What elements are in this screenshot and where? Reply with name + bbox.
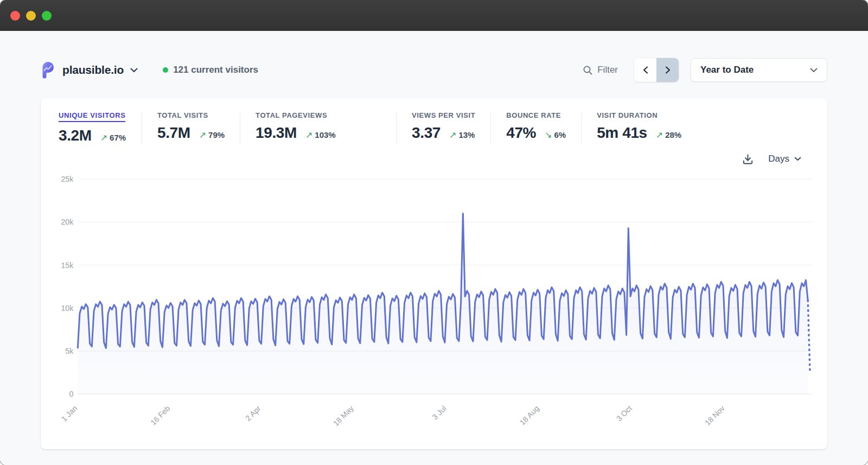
stat-divider — [240, 113, 240, 144]
current-visitors-label: 121 current visitors — [173, 65, 258, 75]
download-icon — [742, 154, 754, 165]
stat-value: 3.2M — [59, 127, 92, 144]
trend-up-icon: ↗ — [305, 130, 312, 140]
dashboard-topbar: plausible.io 121 current visitors F — [41, 31, 827, 82]
svg-text:25k: 25k — [61, 175, 74, 183]
app-window: plausible.io 121 current visitors F — [0, 0, 868, 465]
chevron-left-icon — [643, 66, 648, 74]
stat-divider — [142, 113, 142, 144]
stat-bounce-rate[interactable]: BOUNCE RATE 47% ↘6% — [506, 111, 581, 142]
visitors-chart[interactable]: 05k10k15k20k25k1 Jan16 Feb2 Apr18 May3 J… — [53, 168, 816, 434]
svg-text:3 Jul: 3 Jul — [430, 404, 448, 421]
stat-change: 79% — [208, 130, 225, 139]
svg-text:18 Aug: 18 Aug — [518, 404, 541, 426]
dashboard-card: UNIQUE VISITORS 3.2M ↗67% TOTAL VISITS 5… — [41, 98, 827, 449]
search-icon — [583, 65, 593, 75]
stat-total-pageviews[interactable]: TOTAL PAGEVIEWS 19.3M ↗103% — [256, 111, 396, 142]
stat-change: 67% — [110, 133, 126, 142]
stat-value: 5.7M — [157, 124, 190, 142]
svg-text:10k: 10k — [61, 304, 74, 313]
chevron-down-icon — [810, 68, 818, 73]
interval-select[interactable]: Days — [768, 154, 801, 164]
chart-container: 05k10k15k20k25k1 Jan16 Feb2 Apr18 May3 J… — [41, 167, 827, 434]
stat-change: 6% — [554, 130, 566, 139]
stat-value: 19.3M — [256, 124, 297, 142]
chart-canvas: 05k10k15k20k25k1 Jan16 Feb2 Apr18 May3 J… — [53, 168, 816, 434]
chevron-right-icon — [665, 66, 671, 74]
svg-text:0: 0 — [69, 390, 73, 398]
svg-text:1 Jan: 1 Jan — [60, 404, 79, 423]
trend-up-icon: ↗ — [449, 130, 456, 140]
window-zoom-button[interactable] — [42, 11, 52, 21]
stat-divider — [490, 113, 491, 144]
site-name: plausible.io — [62, 63, 124, 77]
stat-views-per-visit[interactable]: VIEWS PER VISIT 3.37 ↗13% — [412, 111, 490, 142]
filter-button[interactable]: Filter — [583, 65, 618, 75]
chevron-down-icon — [130, 68, 138, 73]
stats-row: UNIQUE VISITORS 3.2M ↗67% TOTAL VISITS 5… — [41, 98, 827, 144]
stat-label: TOTAL PAGEVIEWS — [256, 111, 381, 119]
stat-total-visits[interactable]: TOTAL VISITS 5.7M ↗79% — [157, 111, 240, 142]
stat-value: 47% — [506, 124, 536, 142]
site-group: plausible.io 121 current visitors — [41, 62, 258, 79]
stat-visit-duration[interactable]: VISIT DURATION 5m 41s ↗28% — [597, 111, 697, 142]
trend-up-icon: ↗ — [199, 130, 206, 140]
page-content: plausible.io 121 current visitors F — [0, 31, 868, 465]
stat-label: VISIT DURATION — [597, 111, 681, 119]
svg-text:15k: 15k — [61, 261, 74, 270]
interval-label: Days — [768, 154, 789, 164]
export-download-button[interactable] — [742, 154, 754, 165]
window-titlebar — [0, 0, 868, 31]
plausible-logo-icon — [41, 62, 55, 79]
date-range-select[interactable]: Year to Date — [691, 58, 827, 82]
svg-text:18 Nov: 18 Nov — [703, 404, 726, 427]
stat-change: 103% — [315, 130, 335, 139]
site-switcher[interactable]: plausible.io — [62, 63, 138, 77]
date-range-label: Year to Date — [700, 65, 754, 75]
window-minimize-button[interactable] — [26, 11, 36, 21]
svg-text:18 May: 18 May — [331, 404, 355, 428]
live-indicator-dot — [163, 67, 168, 73]
svg-text:3 Oct: 3 Oct — [615, 404, 634, 423]
current-visitors: 121 current visitors — [163, 65, 258, 75]
topbar-controls: Filter Year to Date — [583, 58, 827, 82]
svg-text:16 Feb: 16 Feb — [149, 404, 171, 426]
svg-text:2 Apr: 2 Apr — [244, 404, 263, 423]
trend-down-icon: ↘ — [545, 130, 552, 140]
svg-text:20k: 20k — [61, 218, 74, 226]
svg-text:5k: 5k — [65, 347, 74, 355]
filter-label: Filter — [597, 65, 618, 75]
stat-label: VIEWS PER VISIT — [412, 111, 475, 119]
window-close-button[interactable] — [10, 11, 20, 21]
chevron-down-icon — [794, 157, 801, 161]
stat-label: UNIQUE VISITORS — [59, 111, 125, 122]
stat-value: 5m 41s — [597, 124, 647, 142]
stat-label: TOTAL VISITS — [157, 111, 225, 119]
period-pager — [634, 58, 679, 82]
stat-unique-visitors[interactable]: UNIQUE VISITORS 3.2M ↗67% — [59, 111, 142, 144]
trend-up-icon: ↗ — [100, 132, 107, 143]
stat-divider — [581, 113, 582, 144]
stat-change: 28% — [665, 130, 681, 139]
stat-divider — [396, 113, 397, 144]
chart-controls: Days — [41, 144, 827, 167]
prev-period-button[interactable] — [634, 58, 656, 82]
stat-change: 13% — [458, 130, 475, 139]
trend-up-icon: ↗ — [656, 130, 663, 140]
stat-value: 3.37 — [412, 124, 441, 142]
next-period-button[interactable] — [656, 58, 679, 82]
stat-label: BOUNCE RATE — [506, 111, 566, 119]
